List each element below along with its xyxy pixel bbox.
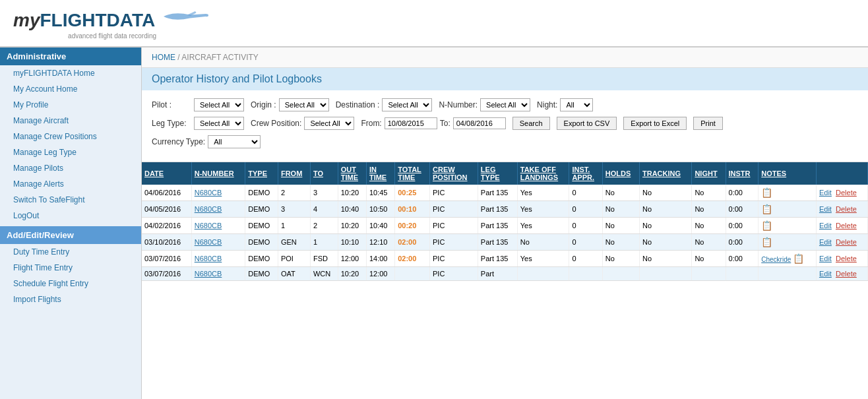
sidebar-item-alerts[interactable]: Manage Alerts [0,176,141,192]
cell-date: 03/07/2016 [142,251,191,267]
col-header-to[interactable]: TO [310,162,338,185]
col-header-leg-type[interactable]: LEGTYPE [478,162,517,185]
delete-link[interactable]: Delete [836,205,857,213]
col-header-night[interactable]: NIGHT [692,162,726,185]
cell-from: POI [278,251,310,267]
col-header-inst-appr[interactable]: INST.APPR. [569,162,602,185]
cell-out-time: 10:10 [338,234,366,251]
delete-link[interactable]: Delete [836,189,857,197]
pilot-select[interactable]: Select All [194,98,244,111]
export-csv-button[interactable]: Export to CSV [557,117,617,130]
sidebar-item-flight[interactable]: Flight Time Entry [0,260,141,276]
cell-night: No [692,218,726,234]
edit-link[interactable]: Edit [819,255,832,262]
sidebar-item-account[interactable]: My Account Home [0,81,141,97]
cell-instr: 0:00 [726,185,759,201]
col-header-type[interactable]: TYPE [245,162,278,185]
export-excel-button[interactable]: Export to Excel [623,117,687,130]
col-header-nnumber[interactable]: N-NUMBER [191,162,245,185]
delete-link[interactable]: Delete [836,222,857,230]
col-header-notes[interactable]: NOTES [759,162,817,185]
nnumber-select[interactable]: Select All [480,98,530,111]
cell-takeoff-landings [517,267,569,281]
col-header-in-time[interactable]: INTIME [366,162,394,185]
col-header-actions [816,162,867,185]
sidebar-item-schedule[interactable]: Schedule Flight Entry [0,276,141,292]
cell-nnumber: N680CB [191,251,245,267]
edit-link[interactable]: Edit [819,205,832,213]
col-header-tracking[interactable]: TRACKING [640,162,692,185]
notes-icon[interactable]: 📋 [793,253,804,264]
sidebar-item-logout[interactable]: LogOut [0,208,141,224]
col-header-takeoff-landings[interactable]: TAKE OFFLANDINGS [517,162,569,185]
origin-select[interactable]: Select All [279,98,329,111]
cell-instr: 0:00 [726,201,759,218]
col-header-crew-position[interactable]: CREWPOSITION [430,162,478,185]
sidebar-section-administrative: Administrative [0,47,141,65]
edit-link[interactable]: Edit [819,189,832,197]
col-header-date[interactable]: DATE [142,162,191,185]
sidebar: Administrative myFLIGHTDATA Home My Acco… [0,47,142,399]
crew-position-select[interactable]: Select All [304,117,354,130]
edit-link[interactable]: Edit [819,238,832,246]
cell-holds: No [602,234,639,251]
sidebar-item-duty[interactable]: Duty Time Entry [0,244,141,260]
sidebar-item-import[interactable]: Import Flights [0,292,141,307]
col-header-instr[interactable]: INSTR [726,162,759,185]
breadcrumb-home[interactable]: HOME [152,53,175,62]
col-header-from[interactable]: FROM [278,162,310,185]
night-label: Night: [537,100,557,109]
sidebar-item-pilots[interactable]: Manage Pilots [0,160,141,176]
destination-select[interactable]: Select All [382,98,432,111]
sidebar-item-home[interactable]: myFLIGHTDATA Home [0,65,141,81]
col-header-total-time[interactable]: TOTALTIME [395,162,430,185]
cell-crew-position: PIC [430,267,478,281]
cell-to: 1 [310,234,338,251]
main-layout: Administrative myFLIGHTDATA Home My Acco… [0,47,868,399]
cell-instr: 0:00 [726,251,759,267]
sidebar-item-profile[interactable]: My Profile [0,97,141,113]
print-button[interactable]: Print [693,117,723,130]
destination-label: Destination : [336,100,380,109]
col-header-holds[interactable]: HOLDS [602,162,639,185]
breadcrumb-separator: / [175,53,181,62]
logo: my FLIGHT DATA advanced flight data reco… [13,7,211,40]
to-date-input[interactable] [453,117,506,129]
cell-holds: No [602,185,639,201]
notes-icon[interactable]: 📋 [761,220,772,231]
sidebar-item-safeflight[interactable]: Switch To SafeFlight [0,192,141,208]
sidebar-item-leg-type[interactable]: Manage Leg Type [0,144,141,160]
delete-link[interactable]: Delete [836,238,857,246]
night-select[interactable]: All [560,98,593,111]
logo-my: my [13,10,40,31]
search-button[interactable]: Search [512,117,550,130]
cell-from: OAT [278,267,310,281]
cell-tracking: No [640,218,692,234]
sidebar-item-aircraft[interactable]: Manage Aircraft [0,113,141,129]
cell-from: 1 [278,218,310,234]
to-label: To: [440,119,450,128]
notes-icon[interactable]: 📋 [761,237,772,247]
cell-nnumber: N680CB [191,218,245,234]
cell-inst-appr: 0 [569,185,602,201]
col-header-out-time[interactable]: OUTTIME [338,162,366,185]
delete-link[interactable]: Delete [836,270,857,278]
from-date-input[interactable] [385,117,437,129]
currency-type-select[interactable]: All [208,135,261,148]
notes-icon[interactable]: 📋 [761,204,772,214]
cell-from: GEN [278,234,310,251]
edit-link[interactable]: Edit [819,270,832,278]
origin-label: Origin : [251,100,276,109]
edit-link[interactable]: Edit [819,222,832,230]
table-wrapper: DATE N-NUMBER TYPE FROM TO OUTTIME INTIM… [142,162,868,281]
notes-icon[interactable]: 📋 [761,187,772,198]
leg-type-select[interactable]: Select All [194,117,244,130]
cell-instr: 0:00 [726,218,759,234]
cell-leg-type: Part 135 [478,185,517,201]
cell-inst-appr: 0 [569,218,602,234]
table-row: 03/07/2016 N680CB DEMO OAT WCN 10:20 12:… [142,267,868,281]
sidebar-item-crew-positions[interactable]: Manage Crew Positions [0,129,141,144]
logo-data: DATA [107,10,156,31]
delete-link[interactable]: Delete [836,255,857,262]
checkride-link[interactable]: Checkride [761,256,791,263]
